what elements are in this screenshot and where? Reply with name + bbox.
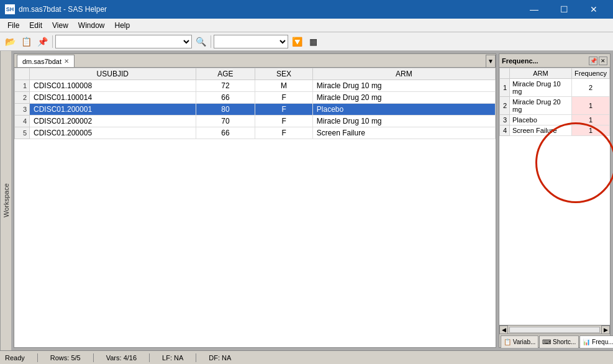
cell-arm: Placebo — [312, 104, 495, 116]
cell-arm: Screen Failure — [312, 127, 495, 139]
title-bar-left: SH dm.sas7bdat - SAS Helper — [5, 4, 107, 14]
tab-scroll-arrow[interactable]: ▼ — [486, 55, 496, 67]
cell-usubjid: CDISC01.100014 — [30, 92, 196, 104]
menu-help[interactable]: Help — [110, 20, 135, 31]
cell-age: 72 — [196, 80, 255, 92]
status-rows: Rows: 5/5 — [50, 354, 81, 362]
minimize-button[interactable]: — — [520, 0, 548, 19]
cell-usubjid: CDISC01.200005 — [30, 127, 196, 139]
cell-sex: F — [255, 127, 313, 139]
app-icon: SH — [5, 4, 15, 14]
freq-row-num-cell: 1 — [500, 79, 510, 97]
freq-cell-arm: Screen Failure — [510, 125, 572, 136]
rp-tab-variables-label: 📋 Variab... — [504, 339, 535, 345]
right-panel-title: Frequenc... — [502, 57, 538, 65]
right-panel-header: Frequenc... 📌 ✕ — [499, 54, 610, 68]
status-ready: Ready — [5, 354, 25, 362]
freq-row-num-cell: 4 — [500, 125, 510, 136]
toolbar: 📂 📋 📌 🔍 🔽 ▦ — [0, 32, 613, 51]
toolbar-paste-button[interactable]: 📌 — [35, 34, 50, 49]
toolbar-dataset-combo[interactable] — [55, 35, 192, 48]
menu-view[interactable]: View — [47, 20, 73, 31]
toolbar-separator-2 — [211, 35, 211, 48]
col-header-usubjid[interactable]: USUBJID — [30, 68, 196, 80]
cell-age: 80 — [196, 104, 255, 116]
cell-age: 66 — [196, 92, 255, 104]
main-area: Workspace dm.sas7bdat ✕ ▼ USUBJID AGE SE… — [0, 51, 613, 350]
tab-label: dm.sas7bdat — [22, 58, 61, 65]
right-panel: Frequenc... 📌 ✕ ARM Frequency 1 Miracle — [499, 53, 611, 348]
cell-arm: Miracle Drug 10 mg — [312, 80, 495, 92]
freq-cell-value: 1 — [572, 115, 610, 125]
toolbar-filter-button[interactable]: 🔽 — [289, 34, 304, 49]
cell-sex: F — [255, 116, 313, 127]
freq-table-row[interactable]: 2 Miracle Drug 20 mg 1 — [500, 97, 610, 115]
freq-table-row[interactable]: 4 Screen Failure 1 — [500, 125, 610, 136]
rp-tab-shortcuts-label: ⌨ Shortc... — [542, 339, 576, 345]
toolbar-open-button[interactable]: 📂 — [2, 34, 17, 49]
data-table: USUBJID AGE SEX ARM 1 CDISC01.100008 72 … — [14, 68, 496, 139]
data-tab[interactable]: dm.sas7bdat ✕ — [17, 55, 75, 67]
freq-cell-arm: Placebo — [510, 115, 572, 125]
cell-usubjid: CDISC01.100008 — [30, 80, 196, 92]
freq-table-row[interactable]: 3 Placebo 1 — [500, 115, 610, 125]
status-sep-1 — [37, 353, 38, 362]
row-num-cell: 5 — [15, 127, 30, 139]
freq-col-frequency[interactable]: Frequency — [572, 68, 610, 79]
menu-edit[interactable]: Edit — [24, 20, 47, 31]
rp-tab-variables[interactable]: 📋 Variab... — [501, 335, 538, 348]
cell-age: 70 — [196, 116, 255, 127]
cell-arm: Miracle Drug 10 mg — [312, 116, 495, 127]
row-num-header — [15, 68, 30, 80]
table-row[interactable]: 5 CDISC01.200005 66 F Screen Failure — [15, 127, 496, 139]
maximize-button[interactable]: ☐ — [550, 0, 578, 19]
table-row[interactable]: 1 CDISC01.100008 72 M Miracle Drug 10 mg — [15, 80, 496, 92]
menu-window[interactable]: Window — [73, 20, 110, 31]
data-pane: dm.sas7bdat ✕ ▼ USUBJID AGE SEX ARM — [14, 53, 496, 348]
right-panel-pin-button[interactable]: 📌 — [589, 57, 597, 65]
menu-file[interactable]: File — [2, 20, 24, 31]
freq-cell-arm: Miracle Drug 10 mg — [510, 79, 572, 97]
toolbar-filter-combo[interactable] — [214, 35, 288, 48]
cell-sex: F — [255, 92, 313, 104]
cell-sex: M — [255, 80, 313, 92]
cell-usubjid: CDISC01.200001 — [30, 104, 196, 116]
col-header-age[interactable]: AGE — [196, 68, 255, 80]
right-panel-scrollbar: ◀ ▶ — [499, 325, 610, 334]
table-row[interactable]: 3 CDISC01.200001 80 F Placebo — [15, 104, 496, 116]
scroll-track[interactable] — [509, 327, 600, 333]
table-row[interactable]: 2 CDISC01.100014 66 F Miracle Drug 20 mg — [15, 92, 496, 104]
freq-row-num-cell: 2 — [500, 97, 510, 115]
freq-cell-arm: Miracle Drug 20 mg — [510, 97, 572, 115]
toolbar-filter-options-button[interactable]: ▦ — [306, 34, 320, 49]
freq-table-container: ARM Frequency 1 Miracle Drug 10 mg 2 2 M… — [499, 68, 610, 325]
tab-bar: dm.sas7bdat ✕ ▼ — [14, 54, 496, 68]
col-header-arm[interactable]: ARM — [312, 68, 495, 80]
scroll-left-arrow[interactable]: ◀ — [499, 325, 508, 334]
freq-col-arm[interactable]: ARM — [510, 68, 572, 79]
title-bar: SH dm.sas7bdat - SAS Helper — ☐ ✕ — [0, 0, 613, 19]
toolbar-search-button[interactable]: 🔍 — [193, 34, 208, 49]
menu-bar: File Edit View Window Help — [0, 19, 613, 32]
rp-tab-frequency-label: 📊 Frequ... — [583, 339, 613, 345]
window-title: dm.sas7bdat - SAS Helper — [19, 5, 107, 14]
right-panel-close-button[interactable]: ✕ — [599, 57, 607, 65]
row-num-cell: 2 — [15, 92, 30, 104]
scroll-right-arrow[interactable]: ▶ — [601, 325, 610, 334]
freq-table-row[interactable]: 1 Miracle Drug 10 mg 2 — [500, 79, 610, 97]
freq-cell-value: 2 — [572, 79, 610, 97]
close-button[interactable]: ✕ — [579, 0, 608, 19]
rp-tab-frequency[interactable]: 📊 Frequ... — [579, 335, 613, 348]
status-sep-4 — [196, 353, 196, 362]
toolbar-separator-1 — [52, 35, 53, 48]
table-row[interactable]: 4 CDISC01.200002 70 F Miracle Drug 10 mg — [15, 116, 496, 127]
status-df: DF: NA — [209, 354, 231, 362]
col-header-sex[interactable]: SEX — [255, 68, 313, 80]
row-num-cell: 4 — [15, 116, 30, 127]
data-table-container: USUBJID AGE SEX ARM 1 CDISC01.100008 72 … — [14, 68, 496, 347]
freq-row-num-header — [500, 68, 510, 79]
rp-tab-shortcuts[interactable]: ⌨ Shortc... — [539, 335, 579, 348]
workspace-panel[interactable]: Workspace — [0, 51, 11, 350]
tab-close-icon[interactable]: ✕ — [64, 58, 69, 65]
toolbar-copy-button[interactable]: 📋 — [19, 34, 34, 49]
